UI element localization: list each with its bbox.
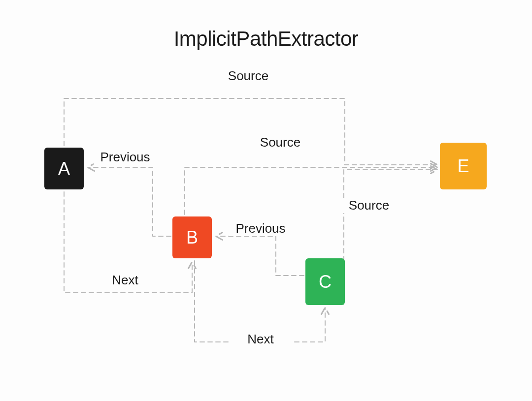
node-a: A <box>44 148 84 189</box>
label-c-source-e: Source <box>337 198 400 213</box>
node-e-label: E <box>457 156 469 177</box>
label-b-next-c: Next <box>229 332 292 347</box>
label-b-source-e: Source <box>249 135 312 150</box>
label-a-next-b: Next <box>94 273 157 288</box>
node-c-label: C <box>319 272 332 292</box>
label-c-prev-b: Previous <box>229 221 292 236</box>
node-b: B <box>172 216 212 258</box>
label-b-prev-a: Previous <box>94 150 157 165</box>
diagram-stage: ImplicitPathExtractor A B C E <box>0 0 532 401</box>
diagram-title: ImplicitPathExtractor <box>0 27 532 51</box>
node-b-label: B <box>186 227 198 248</box>
edge-b-prev-a <box>88 167 171 236</box>
label-a-source-e: Source <box>217 68 280 84</box>
edge-c-source-e <box>344 170 437 261</box>
edge-c-prev-b <box>216 236 304 276</box>
node-a-label: A <box>58 158 70 179</box>
node-e: E <box>440 143 487 189</box>
node-c: C <box>305 258 345 305</box>
